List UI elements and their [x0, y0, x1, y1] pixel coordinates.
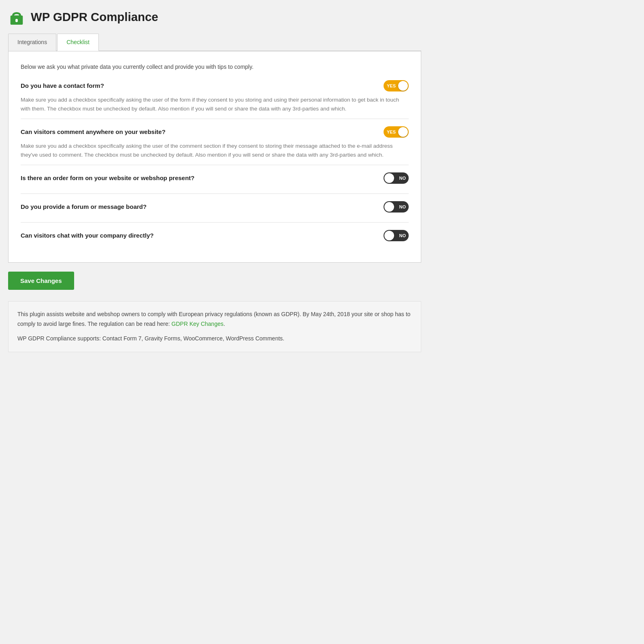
toggle-chat[interactable]: NO — [384, 230, 409, 241]
toggle-contact-form[interactable]: YES — [384, 80, 409, 91]
question-label-order-form: Is there an order form on your website o… — [21, 174, 194, 183]
page-title: WP GDPR Compliance — [31, 8, 158, 26]
toggle-knob-chat — [384, 231, 394, 240]
toggle-forum[interactable]: NO — [384, 201, 409, 213]
toggle-order-form[interactable]: NO — [384, 172, 409, 184]
toggle-wrap-contact-form[interactable]: YES — [384, 80, 409, 91]
page-header: WP GDPR Compliance — [8, 8, 421, 26]
question-row-order-form: Is there an order form on your website o… — [21, 165, 409, 193]
toggle-label-contact-form: YES — [387, 83, 396, 89]
toggle-wrap-visitors-comment[interactable]: YES — [384, 126, 409, 138]
save-changes-button[interactable]: Save Changes — [8, 272, 74, 290]
toggle-wrap-order-form[interactable]: NO — [384, 172, 409, 184]
main-card: Below we ask you what private data you c… — [8, 51, 421, 263]
question-row-contact-form: Do you have a contact form? YES Make sur… — [21, 80, 409, 119]
info-paragraph-2: WP GDPR Compliance supports: Contact For… — [17, 334, 412, 344]
question-desc-visitors-comment: Make sure you add a checkbox specificall… — [21, 142, 409, 159]
intro-text: Below we ask you what private data you c… — [21, 63, 409, 71]
toggle-knob-forum — [384, 202, 394, 212]
gdpr-key-changes-link[interactable]: GDPR Key Changes — [171, 321, 223, 327]
question-label-chat: Can visitors chat with your company dire… — [21, 231, 154, 240]
question-header-forum: Do you provide a forum or message board?… — [21, 201, 409, 213]
question-header-chat: Can visitors chat with your company dire… — [21, 230, 409, 241]
question-header-contact-form: Do you have a contact form? YES — [21, 80, 409, 91]
question-label-contact-form: Do you have a contact form? — [21, 81, 104, 91]
tab-checklist[interactable]: Checklist — [57, 34, 99, 51]
toggle-label-visitors-comment: YES — [387, 129, 396, 136]
question-desc-contact-form: Make sure you add a checkbox specificall… — [21, 96, 409, 113]
info-paragraph-1: This plugin assists website and webshop … — [17, 310, 412, 329]
question-header-visitors-comment: Can visitors comment anywhere on your we… — [21, 126, 409, 138]
tab-integrations[interactable]: Integrations — [8, 34, 56, 51]
question-label-visitors-comment: Can visitors comment anywhere on your we… — [21, 128, 166, 137]
svg-rect-1 — [13, 15, 19, 19]
question-header-order-form: Is there an order form on your website o… — [21, 172, 409, 184]
lock-icon — [8, 9, 25, 26]
toggle-label-chat: NO — [399, 232, 406, 239]
toggle-knob-visitors-comment — [398, 127, 408, 137]
info-box: This plugin assists website and webshop … — [8, 301, 421, 352]
toggle-label-order-form: NO — [399, 175, 406, 182]
question-label-forum: Do you provide a forum or message board? — [21, 202, 147, 212]
toggle-knob-contact-form — [398, 81, 408, 91]
toggle-knob-order-form — [384, 173, 394, 183]
question-row-forum: Do you provide a forum or message board?… — [21, 193, 409, 222]
toggle-label-forum: NO — [399, 204, 406, 210]
info-text-after-link: . — [224, 321, 225, 327]
toggle-wrap-forum[interactable]: NO — [384, 201, 409, 213]
question-row-chat: Can visitors chat with your company dire… — [21, 222, 409, 251]
toggle-visitors-comment[interactable]: YES — [384, 126, 409, 138]
question-row-visitors-comment: Can visitors comment anywhere on your we… — [21, 119, 409, 165]
toggle-wrap-chat[interactable]: NO — [384, 230, 409, 241]
tabs-bar: Integrations Checklist — [8, 33, 421, 51]
svg-rect-2 — [15, 19, 18, 22]
